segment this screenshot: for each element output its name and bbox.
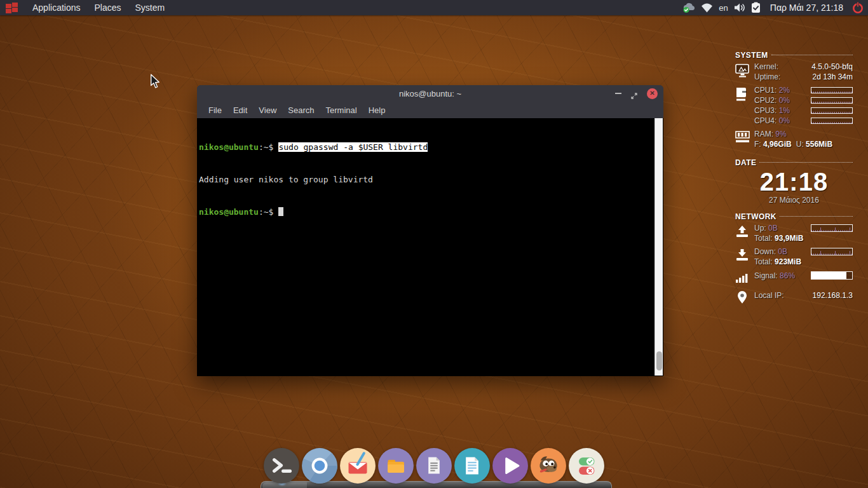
conky-date: 27 Μάιος 2016 [735, 196, 853, 205]
top-panel: Applications Places System en [0, 0, 868, 15]
download-graph [811, 248, 853, 255]
menu-view[interactable]: View [253, 105, 282, 115]
terminal-cursor [278, 207, 283, 216]
clipboard-check-icon[interactable] [751, 0, 761, 15]
mouse-cursor [150, 74, 160, 92]
monitor-icon [735, 63, 754, 83]
wifi-icon[interactable] [701, 0, 713, 15]
conky-widget: SYSTEM Kernel: 4.5.0-50-bfq Uptime: 2d 1… [735, 51, 853, 306]
gimp-icon [530, 447, 567, 484]
cpu4-row: CPU4: 0% [754, 117, 853, 125]
terminal-line-prompt: nikos@ubuntu:~$ [199, 207, 661, 217]
terminal-titlebar[interactable]: nikos@ubuntu: ~ ✕ [197, 85, 663, 102]
cloud-sync-icon[interactable] [682, 0, 696, 15]
cpu3-row: CPU3: 1% [754, 107, 853, 114]
panel-menus: Applications Places System [0, 0, 172, 15]
distro-logo-icon[interactable] [5, 2, 20, 13]
folder-icon [377, 447, 414, 484]
mail-icon [339, 447, 376, 484]
menu-terminal[interactable]: Terminal [320, 105, 363, 115]
close-button[interactable]: ✕ [647, 88, 658, 99]
window-title: nikos@ubuntu: ~ [399, 89, 461, 98]
signal-bar-fill [811, 272, 846, 279]
conky-system-header: SYSTEM [735, 51, 853, 60]
terminal-window: nikos@ubuntu: ~ ✕ File Edit View Search … [197, 85, 663, 376]
selected-command-text: sudo gpasswd -a $USER libvirtd [278, 142, 428, 152]
dock-item-document[interactable] [416, 447, 452, 484]
conky-clock: 21:18 [735, 168, 853, 195]
ram-row: RAM: 9% [754, 130, 853, 138]
play-icon [492, 447, 529, 484]
menu-file[interactable]: File [203, 105, 227, 115]
cpu4-graph [811, 118, 853, 124]
dock-item-files[interactable] [377, 447, 414, 484]
terminal-scrollbar[interactable] [654, 118, 663, 376]
net-down-row: Down: 0B [754, 248, 853, 255]
dock-item-settings[interactable] [568, 447, 605, 484]
power-icon[interactable] [851, 0, 864, 15]
system-menu[interactable]: System [128, 0, 172, 15]
net-up-total-row: Total: 93,9MiB [754, 234, 853, 242]
signal-row: Signal: 86% [754, 271, 853, 280]
ram-detail-row: F: 4,96GiB U: 556MiB [754, 140, 853, 148]
terminal-icon [263, 447, 300, 484]
conky-network-header: NETWORK [735, 212, 853, 221]
dock-item-terminal[interactable] [263, 447, 300, 484]
places-menu[interactable]: Places [88, 0, 128, 15]
document-icon [416, 447, 452, 484]
cpu2-graph [811, 97, 853, 104]
net-down-total-row: Total: 923MiB [754, 258, 853, 266]
signal-bar [811, 271, 853, 280]
upload-icon [735, 224, 754, 245]
menu-search[interactable]: Search [282, 105, 320, 115]
scrollbar-thumb[interactable] [656, 351, 662, 370]
text-editor-icon [454, 447, 491, 484]
applications-menu[interactable]: Applications [25, 0, 88, 15]
uptime-row: Uptime: 2d 13h 34m [754, 73, 853, 81]
terminal-line-command: nikos@ubuntu:~$sudo gpasswd -a $USER lib… [199, 142, 661, 152]
download-icon [735, 248, 754, 268]
terminal-content[interactable]: nikos@ubuntu:~$sudo gpasswd -a $USER lib… [197, 118, 663, 376]
upload-graph [811, 224, 853, 232]
chromium-icon [301, 447, 338, 484]
menu-help[interactable]: Help [363, 105, 391, 115]
kernel-row: Kernel: 4.5.0-50-bfq [754, 63, 853, 71]
panel-clock[interactable]: Παρ Μάι 27, 21:18 [765, 3, 847, 13]
cpu-icon [735, 86, 754, 127]
maximize-button[interactable] [631, 90, 637, 97]
cpu1-row: CPU1: 2% [754, 86, 853, 94]
cpu1-graph [811, 87, 853, 93]
menu-edit[interactable]: Edit [227, 105, 253, 115]
location-pin-icon [735, 290, 754, 306]
keyboard-layout-indicator[interactable]: en [717, 3, 729, 13]
conky-date-header: DATE [735, 158, 853, 167]
minimize-button[interactable] [615, 93, 621, 94]
dock-item-gimp[interactable] [530, 447, 567, 484]
local-ip-row: Local IP: 192.168.1.3 [754, 292, 853, 299]
dock-item-mail[interactable] [339, 447, 376, 484]
net-up-row: Up: 0B [754, 224, 853, 232]
volume-icon[interactable] [734, 0, 747, 15]
toggles-icon [568, 447, 605, 484]
dock-item-chromium[interactable] [301, 447, 338, 484]
dock-item-text-editor[interactable] [454, 447, 491, 484]
terminal-line-output: Adding user nikos to group libvirtd [199, 174, 661, 185]
cpu3-graph [811, 107, 853, 114]
dock-item-media-player[interactable] [492, 447, 529, 484]
cpu2-row: CPU2: 0% [754, 97, 853, 104]
system-tray: en Παρ Μάι 27, 21:18 [682, 0, 868, 15]
signal-bars-icon [735, 271, 754, 287]
terminal-menubar: File Edit View Search Terminal Help [197, 102, 663, 118]
ram-icon [735, 130, 754, 151]
